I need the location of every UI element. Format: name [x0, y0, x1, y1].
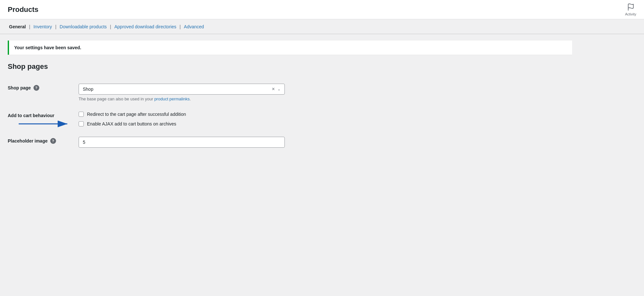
redirect-checkbox-row: Redirect to the cart page after successf… [79, 112, 572, 117]
ajax-label[interactable]: Enable AJAX add to cart buttons on archi… [87, 121, 176, 126]
separator-4: | [179, 24, 181, 29]
tab-general[interactable]: General [8, 24, 27, 29]
shop-page-select[interactable]: Shop × ⌄ [79, 84, 285, 95]
redirect-checkbox[interactable] [79, 112, 84, 117]
page-title: Products [8, 5, 38, 14]
chevron-down-icon: ⌄ [277, 87, 281, 91]
product-permalinks-link[interactable]: product permalinks [154, 97, 190, 101]
add-to-cart-checkbox-group: Redirect to the cart page after successf… [79, 112, 572, 126]
shop-page-value: Shop [83, 87, 93, 92]
tab-downloadable-products[interactable]: Downloadable products [58, 24, 108, 29]
tab-inventory[interactable]: Inventory [32, 24, 53, 29]
tab-advanced[interactable]: Advanced [183, 24, 205, 29]
section-heading: Shop pages [8, 62, 572, 71]
main-content: Your settings have been saved. Shop page… [0, 34, 580, 159]
tab-navigation: General | Inventory | Downloadable produ… [0, 19, 644, 34]
activity-button[interactable]: Activity [625, 3, 636, 16]
select-clear-button[interactable]: × [272, 87, 275, 92]
ajax-checkbox-row: Enable AJAX add to cart buttons on archi… [79, 121, 572, 126]
select-controls: × ⌄ [272, 87, 281, 92]
tab-approved-download-directories[interactable]: Approved download directories [113, 24, 178, 29]
add-to-cart-row: Add to cart behaviour Redirect to the ca… [8, 106, 572, 132]
placeholder-image-help-icon[interactable]: ? [50, 138, 56, 144]
add-to-cart-field: Redirect to the cart page after successf… [79, 106, 572, 132]
notice-text: Your settings have been saved. [14, 45, 567, 50]
placeholder-image-label: Placeholder image ? [8, 132, 79, 153]
separator-1: | [29, 24, 30, 29]
header: Products Activity [0, 0, 644, 19]
shop-page-row: Shop page ? Shop × ⌄ The base page can a… [8, 79, 572, 106]
settings-form: Shop page ? Shop × ⌄ The base page can a… [8, 79, 572, 153]
flag-icon [627, 3, 635, 11]
separator-2: | [55, 24, 56, 29]
shop-page-label: Shop page ? [8, 79, 79, 106]
placeholder-image-input[interactable] [79, 137, 285, 148]
redirect-label[interactable]: Redirect to the cart page after successf… [87, 112, 186, 117]
shop-page-field: Shop × ⌄ The base page can also be used … [79, 79, 572, 106]
shop-page-description: The base page can also be used in your p… [79, 97, 572, 101]
placeholder-image-field [79, 132, 572, 153]
shop-page-help-icon[interactable]: ? [34, 85, 39, 91]
success-notice: Your settings have been saved. [8, 41, 572, 55]
activity-label: Activity [625, 12, 636, 16]
ajax-checkbox[interactable] [79, 121, 84, 126]
placeholder-image-row: Placeholder image ? [8, 132, 572, 153]
annotation-arrow [17, 118, 74, 130]
separator-3: | [110, 24, 111, 29]
